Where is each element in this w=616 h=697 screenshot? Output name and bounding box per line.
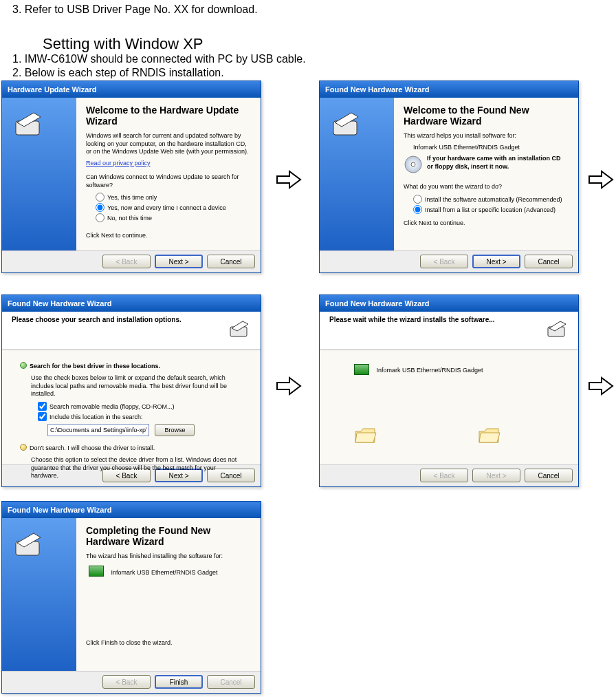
- radio-label: Yes, this time only: [107, 194, 157, 201]
- wizard-heading: Welcome to the Found New Hardware Wizard: [404, 105, 569, 127]
- footer-text: Click Finish to close the wizard.: [86, 639, 251, 647]
- device-name: Infomark USB Ethernet/RNDIS Gadget: [111, 569, 217, 576]
- wizard-title-bar: Found New Hardware Wizard: [320, 81, 578, 98]
- chk-include-location[interactable]: Include this location in the search:: [38, 412, 243, 421]
- cd-note: If your hardware came with an installati…: [427, 155, 569, 171]
- folder-icon: [478, 426, 501, 445]
- radio-label: Search for the best driver in these loca…: [30, 363, 160, 369]
- arrow-icon: [276, 170, 302, 189]
- wizard-title-bar: Found New Hardware Wizard: [320, 295, 578, 312]
- footer-text: Click Next to continue.: [404, 219, 569, 228]
- wizard-icon: [547, 317, 571, 345]
- cancel-button[interactable]: Cancel: [525, 255, 573, 268]
- next-button[interactable]: Next >: [155, 255, 203, 268]
- radio-no[interactable]: No, not this time: [96, 213, 251, 222]
- folder-icon: [354, 426, 377, 445]
- button-bar: < Back Next > Cancel: [320, 464, 578, 486]
- cancel-button[interactable]: Cancel: [207, 255, 255, 268]
- wizard-body-1: This wizard helps you install software f…: [404, 132, 569, 140]
- back-button: < Back: [420, 469, 468, 482]
- wizard-title-bar: Found New Hardware Wizard: [2, 295, 261, 312]
- radio-list[interactable]: Install from a list or specific location…: [413, 205, 569, 214]
- next-button[interactable]: Next >: [472, 255, 520, 268]
- chk-removable[interactable]: Search removable media (floppy, CD-ROM..…: [38, 402, 243, 411]
- wizard-header: Please wait while the wizard installs th…: [320, 312, 578, 350]
- radio-auto[interactable]: Install the software automatically (Reco…: [413, 195, 569, 204]
- wizard-4: Found New Hardware Wizard Please wait wh…: [319, 294, 579, 487]
- wizard-1: Hardware Update Wizard Welcome to the Ha…: [1, 81, 261, 273]
- wizard-body-1: Windows will search for current and upda…: [86, 132, 251, 156]
- radio-yes-always[interactable]: Yes, now and every time I connect a devi…: [96, 203, 251, 212]
- wizard-header: Please choose your search and installati…: [2, 312, 261, 350]
- wizard-heading: Please wait while the wizard installs th…: [329, 316, 569, 323]
- doc-step-2: 2. Below is each step of RNDIS installat…: [12, 66, 224, 81]
- wizard-heading: Please choose your search and installati…: [12, 316, 251, 323]
- wizard-left-panel: [320, 98, 394, 250]
- back-button: < Back: [420, 255, 468, 268]
- opt2-desc: Choose this option to select the device …: [31, 456, 243, 480]
- cancel-button[interactable]: Cancel: [525, 469, 573, 482]
- footer-text: Click Next to continue.: [86, 232, 251, 240]
- radio-dont-search[interactable]: [20, 444, 27, 451]
- network-card-icon: [354, 364, 369, 375]
- opt1-desc: Use the check boxes below to limit or ex…: [31, 374, 243, 398]
- arrow-icon: [276, 376, 302, 396]
- device-name: Infomark USB Ethernet/RNDIS Gadget: [413, 144, 569, 152]
- back-button: < Back: [102, 255, 151, 268]
- browse-button[interactable]: Browse: [155, 424, 195, 436]
- radio-search[interactable]: [20, 362, 27, 369]
- wizard-body-2: What do you want the wizard to do?: [404, 183, 569, 191]
- wizard-heading: Welcome to the Hardware Update Wizard: [86, 105, 251, 127]
- radio-label: Install from a list or specific location…: [425, 206, 556, 213]
- arrow-icon: [588, 376, 614, 396]
- wizard-5: Found New Hardware Wizard Completing the…: [1, 501, 261, 694]
- button-bar: < Back Next > Cancel: [320, 250, 578, 272]
- cd-icon: [404, 155, 423, 174]
- wizard-title-bar: Found New Hardware Wizard: [2, 502, 261, 518]
- wizard-heading: Completing the Found New Hardware Wizard: [86, 525, 251, 547]
- next-button: Next >: [472, 469, 520, 482]
- radio-yes-once[interactable]: Yes, this time only: [96, 193, 251, 202]
- chk-label: Include this location in the search:: [50, 414, 143, 420]
- wizard-body-1: The wizard has finished installing the s…: [86, 553, 251, 561]
- arrow-icon: [588, 170, 614, 189]
- radio-label: Install the software automatically (Reco…: [425, 196, 562, 203]
- chk-label: Search removable media (floppy, CD-ROM..…: [50, 403, 174, 410]
- button-bar: < Back Next > Cancel: [2, 250, 261, 272]
- wizard-icon: [229, 317, 254, 345]
- doc-step-1: 1. IMW-C610W should be connected with PC…: [12, 52, 306, 67]
- privacy-link[interactable]: Read our privacy policy: [86, 160, 251, 167]
- path-combo[interactable]: [47, 424, 149, 436]
- wizard-icon: [331, 107, 365, 142]
- wizard-body-2: Can Windows connect to Windows Update to…: [86, 173, 251, 189]
- wizard-3: Found New Hardware Wizard Please choose …: [1, 294, 261, 487]
- button-bar: < Back Finish Cancel: [2, 671, 261, 693]
- svg-point-3: [411, 162, 415, 167]
- wizard-title-bar: Hardware Update Wizard: [2, 81, 261, 98]
- wizard-icon: [13, 107, 47, 142]
- doc-line-3: 3. Refer to USB Driver Page No. XX for d…: [12, 3, 258, 17]
- wizard-left-panel: [2, 98, 76, 250]
- cancel-button: Cancel: [207, 675, 255, 689]
- radio-label: No, not this time: [107, 215, 152, 222]
- finish-button[interactable]: Finish: [155, 675, 203, 689]
- wizard-left-panel: [2, 518, 76, 671]
- device-name: Infomark USB Ethernet/RNDIS Gadget: [376, 367, 483, 374]
- radio-label: Yes, now and every time I connect a devi…: [107, 204, 226, 211]
- section-heading: Setting with Window XP: [43, 34, 204, 54]
- back-button: < Back: [102, 675, 151, 689]
- wizard-icon: [13, 528, 47, 562]
- network-card-icon: [89, 566, 104, 577]
- radio-label: Don't search. I will choose the driver t…: [30, 444, 155, 451]
- wizard-2: Found New Hardware Wizard Welcome to the…: [319, 81, 579, 273]
